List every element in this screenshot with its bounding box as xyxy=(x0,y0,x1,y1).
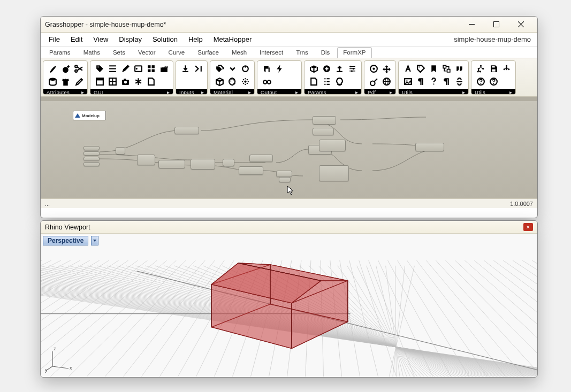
menu-solution[interactable]: Solution xyxy=(148,34,182,45)
menu-edit[interactable]: Edit xyxy=(66,34,87,45)
tree2-icon[interactable] xyxy=(500,63,512,74)
settings2-icon[interactable] xyxy=(239,75,251,87)
tree-icon[interactable] xyxy=(475,63,486,74)
globe-icon[interactable] xyxy=(380,75,392,87)
menu-help[interactable]: Help xyxy=(184,34,208,45)
tab-maths[interactable]: Maths xyxy=(78,48,105,58)
view-mode-label[interactable]: Perspective xyxy=(43,236,88,245)
qmark-icon[interactable] xyxy=(428,75,439,87)
tag2-icon[interactable] xyxy=(132,63,144,74)
panel-label[interactable]: Output▸ xyxy=(257,89,301,95)
rhino-title-bar[interactable]: Rhino Viewport ✕ xyxy=(41,221,537,234)
tags-icon[interactable] xyxy=(214,63,225,74)
rhino-close-button[interactable]: ✕ xyxy=(523,223,533,231)
menu-file[interactable]: File xyxy=(44,34,65,45)
image-icon[interactable] xyxy=(402,75,414,87)
tab-sets[interactable]: Sets xyxy=(108,48,131,58)
export-icon[interactable] xyxy=(333,63,345,74)
blank-icon[interactable] xyxy=(179,75,191,87)
save-icon[interactable] xyxy=(488,63,499,74)
blank-icon[interactable] xyxy=(192,75,204,87)
qcircle2-icon[interactable] xyxy=(488,75,499,87)
tab-formxp[interactable]: FormXP xyxy=(337,47,371,58)
tab-curve[interactable]: Curve xyxy=(163,48,191,58)
clapper-icon[interactable] xyxy=(158,63,170,74)
guitar-icon[interactable] xyxy=(368,75,379,87)
sliders-icon[interactable] xyxy=(346,63,358,74)
tab-params[interactable]: Params xyxy=(44,48,76,58)
grid-icon[interactable] xyxy=(145,63,157,74)
title-bar[interactable]: Grasshopper - simple-house-mup-demo* xyxy=(41,17,537,33)
bookmark-icon[interactable] xyxy=(428,63,439,74)
paint-icon[interactable] xyxy=(261,63,272,74)
panel-label[interactable]: Pdf▸ xyxy=(364,89,395,95)
panel-label[interactable]: GUI▸ xyxy=(90,89,173,95)
tab-dis[interactable]: Dis xyxy=(316,48,336,58)
arrows-icon[interactable] xyxy=(380,63,392,74)
import-icon[interactable] xyxy=(179,63,191,74)
blank-icon[interactable] xyxy=(346,75,358,87)
canvas-surface[interactable]: Modelup xyxy=(41,101,537,198)
panel-label[interactable]: Attributes▸ xyxy=(43,89,87,95)
blank-icon[interactable] xyxy=(158,75,170,87)
panel-label[interactable]: Utils▸ xyxy=(399,89,468,95)
tab-mesh[interactable]: Mesh xyxy=(226,48,252,58)
palette-icon[interactable] xyxy=(226,75,238,87)
close-button[interactable] xyxy=(508,17,533,33)
menu-view[interactable]: View xyxy=(88,34,113,45)
tshirt-icon[interactable] xyxy=(59,75,71,87)
panel-label[interactable]: Utils▸ xyxy=(471,89,515,95)
blank-icon[interactable] xyxy=(500,75,512,87)
bolt-icon[interactable] xyxy=(273,63,285,74)
tab-surface[interactable]: Surface xyxy=(192,48,224,58)
cube-icon[interactable] xyxy=(308,63,319,74)
bulb-icon[interactable] xyxy=(333,75,345,87)
file-icon[interactable] xyxy=(308,75,319,87)
blank-icon[interactable] xyxy=(286,63,298,74)
panel-label[interactable]: Inputs▸ xyxy=(176,89,207,95)
camera-icon[interactable] xyxy=(119,75,131,87)
down-icon[interactable] xyxy=(226,63,238,74)
viewport[interactable]: Perspective xyxy=(41,234,537,377)
glasses-icon[interactable] xyxy=(261,75,272,87)
strike-icon[interactable] xyxy=(453,75,465,87)
package-icon[interactable] xyxy=(214,75,225,87)
canvas[interactable]: Modelup xyxy=(41,97,537,198)
table-icon[interactable] xyxy=(106,75,118,87)
tab-intersect[interactable]: Intersect xyxy=(254,48,288,58)
bomb-icon[interactable] xyxy=(59,63,71,74)
knob-icon[interactable] xyxy=(239,63,251,74)
panel-label[interactable]: Material▸ xyxy=(210,89,254,95)
maximize-button[interactable] xyxy=(484,17,508,33)
minimize-button[interactable] xyxy=(459,17,484,33)
scissors-icon[interactable] xyxy=(72,63,84,74)
quote-icon[interactable] xyxy=(453,63,465,74)
plus-circle-icon[interactable] xyxy=(321,63,332,74)
tag-icon[interactable] xyxy=(94,63,105,74)
font-icon[interactable] xyxy=(402,63,414,74)
panel-icon[interactable] xyxy=(94,75,105,87)
pencil-icon[interactable] xyxy=(119,63,131,74)
qcircle-icon[interactable] xyxy=(475,75,486,87)
menu-display[interactable]: Display xyxy=(114,34,147,45)
brush-icon[interactable] xyxy=(47,63,58,74)
tab-trns[interactable]: Trns xyxy=(291,48,314,58)
blank-icon[interactable] xyxy=(286,75,298,87)
menu-metahopper[interactable]: MetaHopper xyxy=(209,34,257,45)
listv-icon[interactable] xyxy=(321,75,332,87)
blank-icon[interactable] xyxy=(273,75,285,87)
asterisk-icon[interactable] xyxy=(132,75,144,87)
file-icon[interactable] xyxy=(145,75,157,87)
eyedropper-icon[interactable] xyxy=(72,75,84,87)
tab-vector[interactable]: Vector xyxy=(133,48,161,58)
list-icon[interactable] xyxy=(106,63,118,74)
transform-icon[interactable] xyxy=(440,63,452,74)
tag3-icon[interactable] xyxy=(415,63,427,74)
view-mode-dropdown[interactable] xyxy=(91,236,98,245)
pilcrow-icon[interactable] xyxy=(415,75,427,87)
db-icon[interactable] xyxy=(47,75,58,87)
collapse-icon[interactable] xyxy=(192,63,204,74)
target-icon[interactable] xyxy=(368,63,379,74)
pilcrow2-icon[interactable] xyxy=(440,75,452,87)
axis-gizmo[interactable]: z x y xyxy=(46,345,73,372)
